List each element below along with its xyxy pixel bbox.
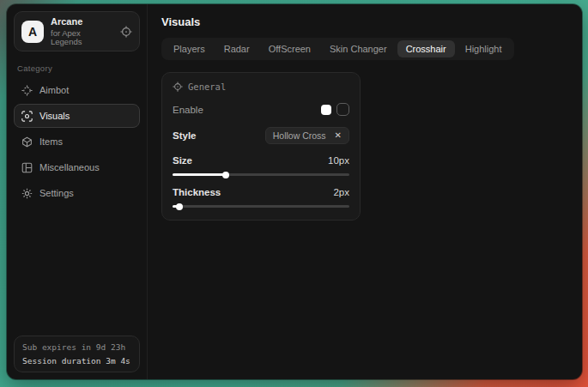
tab-crosshair[interactable]: Crosshair [397,40,455,57]
brand-logo: A [21,21,44,43]
thickness-row: Thickness 2px [173,187,349,197]
brand-subtitle: for Apex Legends [51,29,113,45]
main-content: Visuals Players Radar OffScreen Skin Cha… [148,4,582,379]
sub-expiry-text: Sub expires in 9d 23h [22,342,131,352]
category-label: Category [17,63,136,73]
crosshair-icon [21,85,33,96]
thickness-slider[interactable] [173,205,349,208]
sidebar-item-visuals[interactable]: Visuals [14,104,140,128]
brand-title: Arcane [51,17,113,27]
style-select-chip[interactable]: Hollow Cross ✕ [265,127,349,144]
style-selected-value: Hollow Cross [273,130,326,141]
panel-header-label: General [188,82,226,92]
subscription-info-card: Sub expires in 9d 23h Session duration 3… [14,336,140,372]
sidebar-item-items[interactable]: Items [14,130,140,154]
sidebar-item-label: Miscellaneous [39,162,100,172]
sidebar-item-miscellaneous[interactable]: Miscellaneous [14,155,140,179]
sidebar-item-aimbot[interactable]: Aimbot [14,78,140,102]
enable-controls [321,103,349,116]
brand-card: A Arcane for Apex Legends [14,11,140,51]
tab-bar: Players Radar OffScreen Skin Changer Cro… [161,38,514,60]
style-label: Style [173,130,197,141]
sidebar-nav: Aimbot Visuals Items [14,78,140,205]
sidebar-item-label: Settings [39,188,74,198]
size-row: Size 10px [173,155,349,166]
scope-icon [120,26,132,38]
size-slider-thumb[interactable] [222,172,229,178]
thickness-slider-fill [173,205,179,208]
thickness-label: Thickness [173,187,221,197]
layout-icon [21,162,33,173]
cube-icon [21,136,33,148]
page-title: Visuals [161,15,568,28]
enable-checkbox[interactable] [336,103,349,116]
size-slider[interactable] [173,173,349,176]
panel-header: General [173,82,349,92]
tab-offscreen[interactable]: OffScreen [260,40,319,57]
sidebar: A Arcane for Apex Legends Category [7,4,148,379]
color-swatch[interactable] [321,105,331,115]
sidebar-item-label: Visuals [39,111,70,121]
size-slider-fill [173,173,226,176]
size-value: 10px [328,155,349,166]
size-label: Size [173,155,192,166]
crosshair-target-icon [173,82,183,92]
enable-label: Enable [173,105,203,115]
sidebar-item-label: Items [39,136,63,147]
remove-style-icon[interactable]: ✕ [335,131,342,140]
sidebar-item-label: Aimbot [39,85,69,95]
sidebar-item-settings[interactable]: Settings [14,181,140,205]
tab-skin-changer[interactable]: Skin Changer [321,40,396,57]
tab-radar[interactable]: Radar [215,40,258,57]
thickness-slider-thumb[interactable] [176,203,183,210]
brand-text: Arcane for Apex Legends [51,17,113,45]
scan-eye-icon [21,111,33,122]
tab-highlight[interactable]: Highlight [457,40,511,57]
style-row: Style Hollow Cross ✕ [173,127,349,144]
thickness-value: 2px [333,187,349,197]
general-panel: General Enable Style Hollow Cross ✕ [161,72,361,221]
tab-players[interactable]: Players [165,40,214,57]
session-duration-text: Session duration 3m 4s [22,356,131,366]
brand-initial: A [28,25,37,39]
app-window: A Arcane for Apex Legends Category [7,4,582,379]
gear-icon [21,188,33,199]
enable-row: Enable [173,103,349,116]
